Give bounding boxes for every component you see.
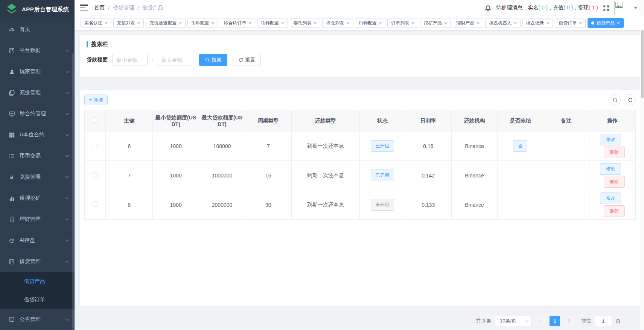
- close-icon[interactable]: ×: [514, 21, 517, 26]
- select-all-checkbox[interactable]: [93, 118, 98, 123]
- page-size-select[interactable]: 10条/页: [495, 316, 531, 326]
- sidebar-item-wealth-management[interactable]: 理财管理: [0, 209, 75, 230]
- table-search-icon[interactable]: [609, 94, 621, 105]
- scrollbar-thumb[interactable]: [641, 30, 644, 98]
- delete-button[interactable]: 删除: [604, 147, 625, 158]
- chevron-down-icon[interactable]: [634, 7, 637, 9]
- sidebar-item-ai-control[interactable]: AI控盘: [0, 230, 75, 251]
- prev-page-button[interactable]: [535, 316, 546, 326]
- edit-button[interactable]: 修改: [600, 163, 621, 175]
- sidebar-scrollbar[interactable]: [72, 53, 74, 330]
- sidebar-item-loan-products[interactable]: 借贷产品: [0, 272, 75, 290]
- search-button[interactable]: 搜索: [199, 54, 227, 66]
- tab-recharge-channel-config[interactable]: 充值通道配置×: [146, 18, 186, 28]
- fullscreen-icon[interactable]: [603, 5, 609, 11]
- sidebar-item-label: 玩家管理: [20, 68, 66, 75]
- edit-button[interactable]: 修改: [600, 192, 621, 204]
- status-badge[interactable]: 已开启: [371, 140, 394, 152]
- delete-button[interactable]: 删除: [604, 205, 625, 217]
- sidebar-item-second-contract[interactable]: 秒合约管理: [0, 103, 75, 124]
- cell-repay-org: Binance: [451, 131, 498, 161]
- sidebar-item-home[interactable]: 首页: [0, 19, 75, 40]
- close-icon[interactable]: ×: [179, 21, 182, 26]
- next-page-button[interactable]: [564, 316, 574, 326]
- close-icon[interactable]: ×: [444, 21, 447, 26]
- close-icon[interactable]: ×: [314, 21, 317, 26]
- sidebar-item-player-management[interactable]: 玩家管理: [0, 61, 75, 82]
- tab-label: 挖矿产品: [424, 20, 442, 26]
- close-icon[interactable]: ×: [212, 21, 215, 26]
- chevron-down-icon: [65, 217, 69, 221]
- cell-id: 7: [106, 161, 153, 190]
- user-icon: [8, 68, 15, 75]
- page-number-1[interactable]: 1: [550, 316, 560, 326]
- close-icon[interactable]: ×: [379, 21, 382, 26]
- sidebar-item-coin-trade[interactable]: 币币交易: [0, 145, 75, 167]
- cell-remark: [543, 131, 589, 161]
- table-refresh-icon[interactable]: [624, 94, 636, 105]
- sidebar-item-platform-data[interactable]: 平台数据: [0, 40, 75, 61]
- sidebar-item-label: 兑换管理: [20, 174, 66, 180]
- edit-button[interactable]: 修改: [600, 134, 621, 145]
- tab-loan-products[interactable]: 借贷产品×: [588, 18, 624, 28]
- loan-submenu: 借贷产品 借贷订单: [0, 272, 75, 309]
- tab-realname-auth[interactable]: 实名认证×: [81, 18, 111, 28]
- row-checkbox[interactable]: [93, 202, 98, 207]
- col-header-daily-rate: 日利率: [405, 110, 451, 131]
- close-icon[interactable]: ×: [617, 21, 620, 26]
- tab-wealth-products[interactable]: 理财产品×: [453, 18, 484, 28]
- max-amount-input[interactable]: [157, 54, 192, 66]
- tab-entrust-list[interactable]: 委托列表×: [290, 18, 321, 28]
- tab-second-contract-orders[interactable]: 秒合约订单×: [220, 18, 255, 28]
- pending-messages: 待处理消息：实名( 0 )，充值( 0 )，提现( 1 ): [496, 5, 598, 11]
- row-checkbox[interactable]: [93, 143, 98, 148]
- tab-mining-products[interactable]: 挖矿产品×: [420, 18, 451, 28]
- close-icon[interactable]: ×: [411, 21, 414, 26]
- window-scrollbar[interactable]: [640, 0, 644, 330]
- frozen-badge[interactable]: 否: [513, 140, 527, 152]
- collapse-sidebar-icon[interactable]: [80, 5, 88, 11]
- breadcrumb-home[interactable]: 首页: [94, 5, 105, 11]
- sidebar-item-staking-mining[interactable]: 质押挖矿: [0, 188, 75, 209]
- app-window: APP后台管理系统 首页 平台数据 玩家管理 充提管理: [0, 0, 644, 330]
- sidebar-item-deposit-withdraw[interactable]: 充提管理: [0, 82, 75, 103]
- messages-comma: ，: [548, 5, 553, 11]
- sidebar-item-exchange[interactable]: ¥ 兑换管理: [0, 167, 75, 188]
- status-badge[interactable]: 已开启: [371, 170, 394, 181]
- close-icon[interactable]: ×: [137, 21, 140, 26]
- close-icon[interactable]: ×: [547, 21, 550, 26]
- delete-button[interactable]: 删除: [604, 176, 625, 188]
- withdraw-count: ( 1 ): [589, 5, 598, 11]
- close-icon[interactable]: ×: [346, 21, 349, 26]
- bell-icon[interactable]: [485, 5, 491, 11]
- close-icon[interactable]: ×: [281, 21, 284, 26]
- close-icon[interactable]: ×: [105, 21, 108, 26]
- tab-coin-config-1[interactable]: 币种配置×: [187, 18, 218, 28]
- tab-recharge-list[interactable]: 充值列表×: [113, 18, 144, 28]
- sidebar-item-u-contract[interactable]: U本位合约: [0, 124, 75, 145]
- tab-loan-orders[interactable]: 借贷订单×: [555, 18, 586, 28]
- close-icon[interactable]: ×: [477, 21, 480, 26]
- cell-repay-org: Binance: [451, 161, 498, 190]
- sidebar-item-loan-orders[interactable]: 借贷订单: [0, 290, 75, 309]
- close-icon[interactable]: ×: [248, 21, 251, 26]
- sidebar-item-announcement[interactable]: 公告管理: [0, 309, 75, 330]
- min-amount-input[interactable]: [112, 54, 148, 66]
- tab-order-list[interactable]: 订单列表×: [387, 18, 418, 28]
- tab-control-robot[interactable]: 控盘机器人×: [485, 18, 521, 28]
- tab-label: 控盘记录: [526, 20, 544, 26]
- goto-page-input[interactable]: [595, 316, 612, 326]
- reset-button[interactable]: 重置: [233, 54, 261, 66]
- avatar[interactable]: [614, 1, 629, 15]
- sidebar-item-loan-management[interactable]: 借贷管理: [0, 251, 75, 272]
- col-header-frozen: 是否冻结: [498, 110, 543, 131]
- tab-coin-config-3[interactable]: 币种配置×: [355, 18, 386, 28]
- add-button[interactable]: +新增: [84, 95, 108, 105]
- main-area: 首页 / 借贷管理 / 借贷产品 待处理消息：实名( 0 )，充值( 0 )，提…: [75, 0, 644, 330]
- status-badge[interactable]: 未开启: [371, 199, 394, 211]
- tab-control-records[interactable]: 控盘记录×: [522, 18, 553, 28]
- tab-coin-config-2[interactable]: 币种配置×: [257, 18, 288, 28]
- tab-position-list[interactable]: 持仓列表×: [322, 18, 353, 28]
- row-checkbox[interactable]: [93, 172, 98, 177]
- close-icon[interactable]: ×: [579, 21, 582, 26]
